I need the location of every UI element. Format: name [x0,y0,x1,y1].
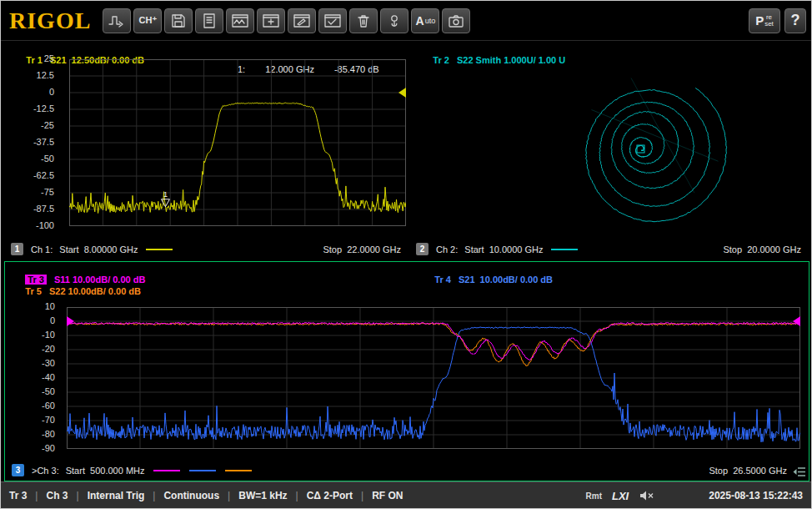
touch-icon [385,13,403,29]
status-right: Rmt LXI 2025-08-13 15:22:43 [586,490,803,502]
y-tick: 25 [4,53,54,64]
channel1-window[interactable]: Tr 1S21 12.50dB/ 0.00 dB 1: 12.000 GHz -… [4,43,409,260]
y-tick: -37.5 [4,137,54,148]
channel1-badge[interactable]: 1 [11,243,23,255]
auto-label-small: uto [425,17,436,25]
status-item-3[interactable]: Continuous [163,490,219,501]
window-check-icon [323,13,342,29]
status-bar: Tr 3|Ch 3|Internal Trig|Continuous|BW=1 … [1,481,811,509]
window-edit-icon [293,13,311,29]
status-item-1[interactable]: Ch 3 [46,490,68,501]
ref-level-marker [793,316,800,326]
status-item-0[interactable]: Tr 3 [9,490,27,501]
status-item-6[interactable]: RF ON [372,490,403,501]
report-button[interactable] [195,8,223,33]
smith-trace [586,88,727,221]
y-tick: -100 [4,220,54,231]
channel3-label: >Ch 3: [32,466,59,476]
chart3-header-tr4: Tr 4S21 10.00dB/ 0.00 dB [419,265,553,295]
status-item-2[interactable]: Internal Trig [88,490,145,501]
mute-icon[interactable] [639,490,655,501]
chart3-plot[interactable] [67,307,800,449]
chart2-plot[interactable] [409,56,809,236]
remote-indicator[interactable]: Rmt [586,491,602,501]
add-channel-button[interactable]: CH⁺ [133,8,162,33]
status-separator: | [77,490,79,501]
chart3-y-axis: 100-10-20-30-40-50-60-70-80-90 [5,262,60,481]
status-separator: | [153,490,155,501]
y-tick: 12.5 [4,70,54,81]
channel2-label: Ch 2: [436,244,458,254]
y-tick: 0 [4,87,54,98]
window-trace-icon [231,13,249,29]
report-icon [200,13,218,29]
touch-button[interactable] [380,8,409,33]
y-tick: -10 [5,330,55,340]
trash-icon [354,13,373,29]
chart1-plot[interactable]: 1 [69,59,406,226]
channel2-stop: Stop 20.0000 GHz [723,244,801,254]
ref-level-marker [67,316,74,326]
preset-label-big: P [755,13,764,28]
chart2-footer: 2 Ch 2: Start 10.0000 GHz Stop 20.0000 G… [416,243,803,255]
delete-button[interactable] [349,8,378,33]
status-separator: | [228,490,230,501]
trace2-swatch [551,249,578,250]
status-separator: | [35,490,38,501]
lxi-indicator[interactable]: LXI [612,490,629,502]
chart3-footer: 3 >Ch 3: Start 500.000 MHz Stop 26.5000 … [12,464,802,476]
y-tick: 0 [5,315,55,326]
channel3-stop: Stop 26.5000 GHz [709,466,787,476]
channel1-start: Start 8.00000 GHz [59,244,138,254]
chart1-footer: 1 Ch 1: Start 8.00000 GHz Stop 22.0000 G… [11,243,403,255]
toolbar: RIGOL CH⁺ [1,1,811,41]
channel1-stop: Stop 22.0000 GHz [323,244,401,254]
y-tick: -87.5 [4,204,54,214]
preset-label-stack: reset [764,14,774,28]
help-button[interactable]: ? [784,8,806,33]
toolbar-buttons: CH⁺ [103,8,470,33]
y-tick: -62.5 [4,170,54,181]
channel2-badge[interactable]: 2 [416,243,429,255]
y-tick: -60 [5,401,55,411]
screenshot-button[interactable] [442,8,470,33]
add-trace-window-button[interactable] [257,8,285,33]
y-tick: 10 [5,301,55,312]
channel3-badge[interactable]: 3 [12,464,24,476]
preset-label-bottom: set [764,21,774,28]
meas-setup-button[interactable] [103,8,131,33]
auto-label-big: A [416,14,424,28]
trace5-info: S22 10.00dB/ 0.00 dB [49,286,141,296]
edit-window-button[interactable] [288,8,316,33]
vna-screen: RIGOL CH⁺ [0,0,812,509]
trace3-swatch [153,470,180,471]
y-tick: -25 [4,120,54,131]
trace4-swatch [189,470,216,471]
status-separator: | [361,490,363,501]
trace5-swatch [225,470,252,471]
pulse-icon [108,13,126,29]
y-tick: -80 [5,429,55,440]
save-button[interactable] [164,8,193,33]
y-tick: -90 [5,443,55,454]
y-tick: -12.5 [4,103,54,114]
channel1-label: Ch 1: [31,244,53,254]
y-tick: -70 [5,415,55,426]
chart1-y-axis: 2512.50-12.5-25-37.5-50-62.5-75-87.5-100 [4,43,59,260]
trace-window-button[interactable] [226,8,254,33]
preset-button[interactable]: P reset [749,8,780,33]
svg-text:1: 1 [163,190,168,199]
status-item-4[interactable]: BW=1 kHz [238,490,287,501]
status-separator: | [296,490,298,501]
trace4-info: S21 10.00dB/ 0.00 dB [459,275,553,285]
auto-scale-button[interactable]: Auto [411,8,439,33]
channel3-window[interactable]: Tr 3S11 10.00dB/ 0.00 dB Tr 4S21 10.00dB… [4,261,809,481]
y-tick: -50 [4,154,54,164]
status-item-5[interactable]: CΔ 2-Port [307,490,353,501]
y-tick: -50 [5,386,55,397]
trace1-swatch [146,249,173,250]
menu-expand-icon[interactable] [793,466,806,477]
cal-window-button[interactable] [318,8,347,33]
channel2-window[interactable]: Tr 2S22 Smith 1.000U/ 1.00 U 2 Ch 2: Sta… [409,43,809,260]
trace4-label[interactable]: Tr 4 [434,275,451,285]
